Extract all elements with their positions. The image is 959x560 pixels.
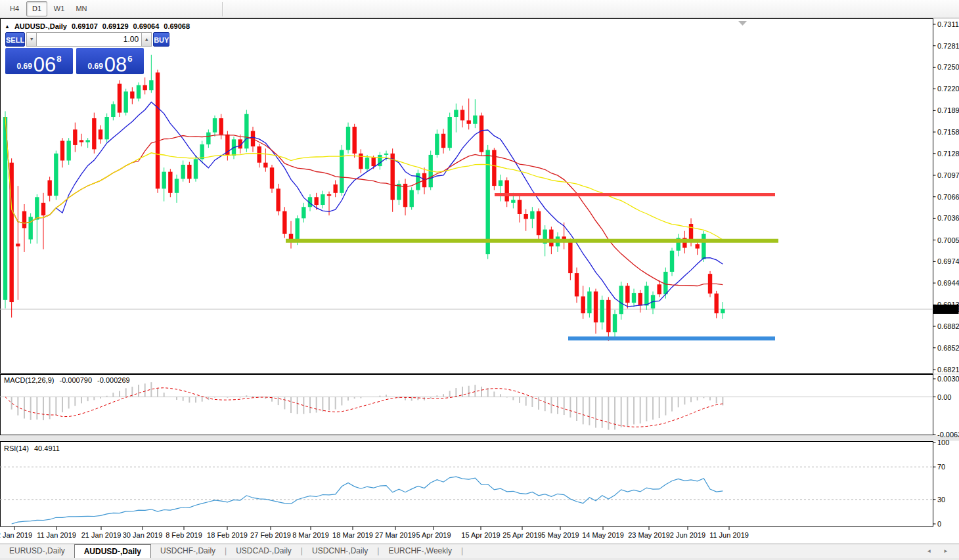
chart-symbol-label: AUDUSD-,Daily	[14, 22, 67, 30]
rsi-name: RSI(14)	[4, 444, 29, 452]
svg-text:11 Jun 2019: 11 Jun 2019	[709, 531, 749, 539]
hline-pivot-olive	[286, 239, 778, 243]
svg-text:0.71280: 0.71280	[937, 150, 959, 158]
rsi-pane: 10070300	[0, 439, 949, 528]
svg-text:30: 30	[937, 496, 945, 504]
svg-text:18 Mar 2019: 18 Mar 2019	[332, 531, 373, 539]
svg-text:0.003035: 0.003035	[937, 375, 959, 383]
sell-price-display[interactable]: 0.69 06 8	[5, 48, 73, 74]
svg-text:0.69068: 0.69068	[935, 305, 959, 313]
macd-main-value: -0.000790	[59, 376, 92, 384]
candlestick-layer	[3, 55, 725, 341]
macd-signal-value: -0.000269	[97, 376, 130, 384]
svg-text:23 May 2019: 23 May 2019	[628, 531, 670, 539]
svg-text:100: 100	[937, 439, 949, 446]
rsi-line	[12, 477, 723, 524]
symbol-tab-bar: EURUSD-,Daily AUDUSD-,Daily USDCHF-,Dail…	[0, 544, 959, 558]
svg-text:70: 70	[937, 463, 945, 471]
rsi-value: 40.4911	[34, 444, 60, 452]
tab-eurchf-weekly[interactable]: EURCHF-,Weekly	[379, 544, 460, 558]
buy-price-prefix: 0.69	[87, 62, 102, 71]
svg-text:5 Apr 2019: 5 Apr 2019	[416, 531, 451, 539]
svg-text:0.70050: 0.70050	[937, 236, 959, 244]
volume-stepper: ▼ ▲	[26, 32, 152, 47]
price-chart-canvas[interactable]: 0.731150.728100.725050.722000.718900.715…	[0, 18, 959, 544]
svg-text:0.69440: 0.69440	[937, 279, 959, 287]
svg-text:0.72810: 0.72810	[937, 42, 959, 50]
svg-text:0.69745: 0.69745	[937, 257, 959, 265]
one-click-trading-panel: SELL ▼ ▲ BUY 0.69 06 8 0.69 08 6	[5, 32, 144, 74]
svg-text:0.68520: 0.68520	[937, 344, 959, 352]
bar-low-value: 0.69064	[133, 22, 160, 30]
svg-text:0.70665: 0.70665	[937, 193, 959, 201]
tabs-scroll-left-icon[interactable]: ◄	[926, 548, 931, 554]
price-axis: 0.731150.728100.725050.722000.718900.715…	[933, 20, 959, 374]
tabs-scroll-right-icon[interactable]: ►	[943, 548, 948, 554]
timeframe-mn-button[interactable]: MN	[71, 1, 92, 16]
sell-price-prefix: 0.69	[16, 62, 32, 71]
rsi-indicator-label: RSI(14) 40.4911	[4, 444, 63, 452]
chart-title: ▲ AUDUSD-,Daily 0.69107 0.69129 0.69064 …	[5, 22, 190, 30]
svg-text:2 Jan 2019: 2 Jan 2019	[0, 531, 32, 539]
toolbar-separator	[222, 2, 223, 16]
timeframe-toolbar: H4 D1 W1 MN	[0, 0, 959, 18]
svg-text:15 Apr 2019: 15 Apr 2019	[461, 531, 500, 539]
svg-text:0.71890: 0.71890	[937, 106, 959, 114]
svg-text:0.00: 0.00	[937, 393, 951, 401]
volume-down-icon[interactable]: ▼	[26, 32, 37, 47]
bar-high-value: 0.69129	[102, 22, 129, 30]
svg-text:0.70360: 0.70360	[937, 214, 959, 222]
svg-text:25 Apr 2019: 25 Apr 2019	[502, 531, 541, 539]
ma-mid-red	[5, 117, 723, 286]
svg-text:-0.006311: -0.006311	[937, 431, 959, 439]
bar-open-value: 0.69107	[72, 22, 98, 30]
svg-text:18 Feb 2019: 18 Feb 2019	[207, 531, 248, 539]
hline-resistance-red	[495, 193, 775, 196]
chart-window[interactable]: 0.731150.728100.725050.722000.718900.715…	[0, 18, 959, 544]
tab-usdcad-daily[interactable]: USDCAD-,Daily	[227, 544, 301, 558]
tab-separator: |	[461, 544, 463, 558]
buy-price-pip-digit: 6	[127, 54, 132, 64]
timeframe-d1-button[interactable]: D1	[26, 1, 47, 16]
sell-price-pip-digit: 8	[56, 54, 61, 64]
tab-eurusd-daily[interactable]: EURUSD-,Daily	[0, 544, 74, 558]
date-axis: 2 Jan 201911 Jan 201921 Jan 201930 Jan 2…	[0, 527, 749, 539]
svg-text:0.73115: 0.73115	[937, 20, 959, 28]
svg-text:0.71585: 0.71585	[937, 128, 959, 136]
hline-support-blue	[568, 336, 775, 340]
svg-text:8 Mar 2019: 8 Mar 2019	[292, 531, 329, 539]
svg-text:8 Feb 2019: 8 Feb 2019	[166, 531, 202, 539]
buy-price-big-digits: 08	[104, 54, 127, 75]
buy-price-display[interactable]: 0.69 08 6	[76, 48, 144, 74]
macd-pane: 0.0030350.00-0.006311	[0, 375, 959, 439]
svg-text:0.72200: 0.72200	[937, 85, 959, 93]
svg-text:27 Mar 2019: 27 Mar 2019	[375, 531, 416, 539]
ma-fast-blue	[5, 102, 723, 307]
macd-indicator-label: MACD(12,26,9) -0.000790 -0.000269	[4, 376, 133, 384]
svg-text:14 May 2019: 14 May 2019	[582, 531, 624, 539]
mt4-terminal: { "toolbar": { "timeframes": [ {"label":…	[0, 0, 959, 560]
macd-name: MACD(12,26,9)	[4, 376, 54, 384]
tab-usdchf-daily[interactable]: USDCHF-,Daily	[151, 544, 225, 558]
tab-usdcnh-daily[interactable]: USDCNH-,Daily	[303, 544, 377, 558]
svg-text:27 Feb 2019: 27 Feb 2019	[250, 531, 291, 539]
svg-text:0.68825: 0.68825	[937, 322, 959, 330]
scroll-end-icon	[738, 21, 747, 26]
svg-text:5 May 2019: 5 May 2019	[541, 531, 579, 539]
collapse-panel-icon[interactable]: ▲	[5, 24, 10, 30]
buy-button[interactable]: BUY	[153, 32, 169, 47]
timeframe-w1-button[interactable]: W1	[49, 1, 70, 16]
svg-text:0.72505: 0.72505	[937, 63, 959, 71]
sell-price-big-digits: 06	[33, 54, 56, 75]
bar-close-value: 0.69068	[164, 22, 190, 30]
tab-audusd-daily[interactable]: AUDUSD-,Daily	[74, 544, 151, 558]
ma-slow-yellow	[5, 117, 723, 240]
sell-button[interactable]: SELL	[5, 32, 25, 47]
volume-input[interactable]	[37, 32, 141, 47]
svg-text:2 Jun 2019: 2 Jun 2019	[670, 531, 705, 539]
svg-text:30 Jan 2019: 30 Jan 2019	[123, 531, 163, 539]
svg-text:21 Jan 2019: 21 Jan 2019	[81, 531, 122, 539]
timeframe-h4-button[interactable]: H4	[4, 1, 25, 16]
svg-text:11 Jan 2019: 11 Jan 2019	[37, 531, 76, 539]
volume-up-icon[interactable]: ▲	[141, 32, 152, 47]
